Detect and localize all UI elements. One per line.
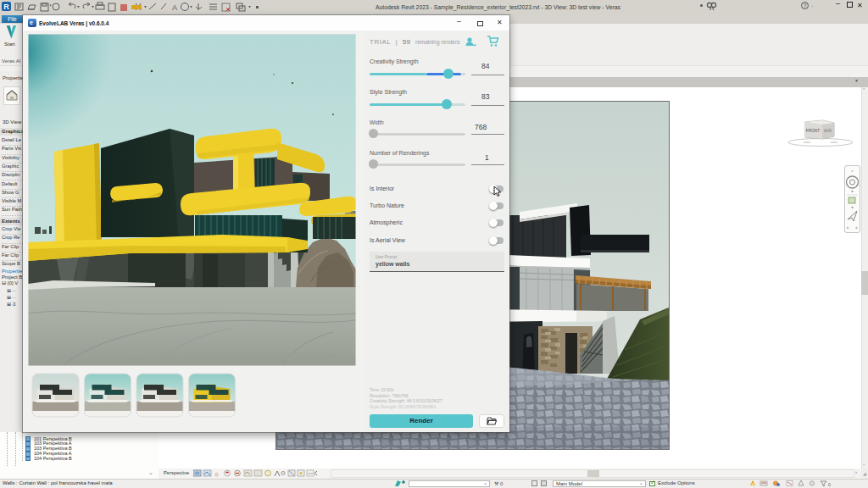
svg-text:☼: ☼ [214,470,220,478]
svg-text:RIG: RIG [824,127,832,133]
svg-text:A: A [172,3,177,12]
svg-text:R: R [3,3,9,11]
svg-text:0: 0 [828,482,831,487]
svg-text:FRONT: FRONT [806,129,821,133]
